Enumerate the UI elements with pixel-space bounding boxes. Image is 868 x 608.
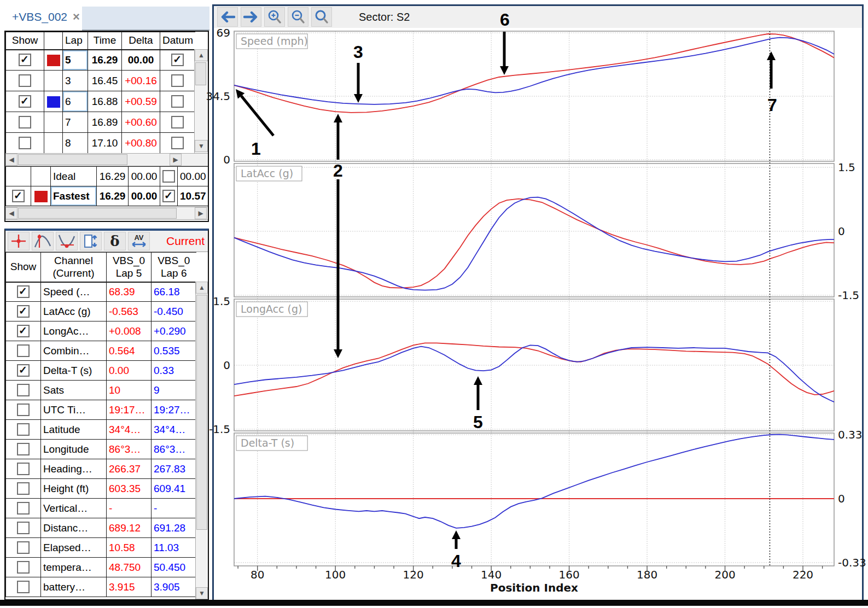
channel-row[interactable]: Distanc… 689.12 691.28 [6,518,196,538]
channel-row[interactable]: tempera… 48.750 50.450 [6,558,196,577]
summary-horizontal-scrollbar[interactable]: ◀ ▶ [5,207,208,220]
average-span-icon[interactable]: AV [128,232,150,250]
channel-row[interactable]: Height (ft) 603.35 609.41 [6,479,196,499]
cursor-crosshair-icon[interactable] [8,232,30,250]
lap-row[interactable]: 8 17.10 +00.80 [6,133,195,154]
scrollbar-thumb[interactable] [18,208,177,219]
vertical-scale-icon[interactable] [80,232,102,250]
lap-table-horizontal-scrollbar[interactable]: ◀ ▶ [5,153,208,166]
lap-row[interactable]: 3 16.45 +00.16 [6,71,195,91]
datum-checkbox[interactable] [162,190,175,202]
channel-show-checkbox[interactable] [17,285,30,298]
channel-window: δ AV Current ShowChannel (Current) VBS_0… [4,229,209,600]
lap-times-window: Show LapTime DeltaDatum 5 16.29 00.00 3 … [4,31,209,222]
channel-row[interactable]: Heading… 266.37 267.83 [6,459,196,479]
lap-table-vertical-scrollbar[interactable]: ▲ ▼ [194,49,208,153]
channel-row[interactable]: battery… 3.915 3.905 [6,577,196,597]
show-checkbox[interactable] [12,190,25,202]
lap-table-header: Show LapTime DeltaDatum [6,32,195,50]
lap6-value: 609.41 [152,479,196,499]
scrollbar-thumb[interactable] [195,62,206,85]
datum-checkbox[interactable] [171,116,184,128]
channel-name: Distanc… [41,518,107,538]
channel-show-checkbox[interactable] [17,364,30,377]
channel-show-checkbox[interactable] [17,384,30,396]
channel-show-checkbox[interactable] [17,581,30,593]
datum-checkbox[interactable] [171,137,184,149]
show-checkbox[interactable] [19,95,31,108]
channel-row[interactable]: Speed (… 68.39 66.18 [6,282,196,302]
lap6-value: 19:27… [152,400,196,420]
lap-number: 8 [63,133,88,154]
forward-arrow-icon[interactable] [241,7,261,27]
channel-show-checkbox[interactable] [17,541,30,554]
channel-show-checkbox[interactable] [17,561,30,574]
summary-row[interactable]: Fastest 16.29 00.00 10.57 [6,186,208,206]
scroll-up-icon[interactable]: ▲ [196,282,208,294]
scrollbar-thumb[interactable] [18,154,127,165]
find-max-icon[interactable] [32,232,54,250]
channel-show-checkbox[interactable] [17,325,30,337]
tab-vbs-002[interactable]: +VBS_002 × [7,4,82,30]
zoom-in-icon[interactable] [264,7,285,27]
show-checkbox[interactable] [19,54,31,66]
datum-checkbox[interactable] [162,170,175,183]
tab-label: +VBS_002 [12,10,67,24]
lap-color-swatch[interactable] [47,96,60,108]
lap-delta: +00.80 [122,133,160,154]
summary-value: 00.00 [178,167,208,186]
lap-row[interactable]: 5 16.29 00.00 [6,50,195,71]
channel-name: UTC Ti… [41,400,107,420]
channel-row[interactable]: LatAcc (g) -0.563 -0.450 [6,302,196,321]
find-min-icon[interactable] [56,232,78,250]
channel-show-checkbox[interactable] [17,423,30,436]
channel-row[interactable]: Elapsed… 10.58 11.03 [6,538,196,558]
lap-number: 6 [63,91,88,112]
lap5-value: 19:17… [107,400,152,420]
scroll-down-icon[interactable]: ▼ [195,140,208,152]
channel-show-checkbox[interactable] [17,344,30,357]
channel-name: Vertical… [41,499,107,518]
scroll-left-icon[interactable]: ◀ [5,154,18,166]
channel-row[interactable]: UTC Ti… 19:17… 19:27… [6,400,196,420]
summary-label: Ideal [51,167,97,186]
datum-checkbox[interactable] [171,74,184,87]
show-checkbox[interactable] [19,116,31,128]
datum-checkbox[interactable] [171,95,184,108]
lap-color-swatch[interactable] [34,191,48,202]
channel-show-checkbox[interactable] [17,305,30,318]
lap-row[interactable]: 6 16.88 +00.59 [6,91,195,112]
channel-row[interactable]: Longitude 86°3… 86°3… [6,440,196,459]
channel-show-checkbox[interactable] [17,463,30,475]
summary-row[interactable]: Ideal 16.29 00.00 00.00 [6,167,208,186]
channel-show-checkbox[interactable] [17,502,30,515]
lap-color-swatch[interactable] [47,55,60,66]
channel-row[interactable]: Combin… 0.564 0.535 [6,341,196,361]
lap6-value: 0.535 [152,341,196,361]
channel-row[interactable]: LongAc… +0.008 +0.290 [6,321,196,341]
scroll-right-icon[interactable]: ▶ [170,154,182,166]
channel-vertical-scrollbar[interactable]: ▲ ▼ [195,282,208,599]
channel-row[interactable]: Sats 10 9 [6,381,196,400]
lap-row[interactable]: 7 16.89 +00.60 [6,112,195,133]
channel-row[interactable]: Latitude 34°4… 34°4… [6,420,196,440]
scroll-right-icon[interactable]: ▶ [195,207,207,219]
search-icon[interactable] [311,7,332,27]
close-icon[interactable]: × [73,10,80,24]
scroll-down-icon[interactable]: ▼ [196,587,208,599]
channel-show-checkbox[interactable] [17,522,30,534]
scroll-up-icon[interactable]: ▲ [195,49,208,61]
channel-row[interactable]: Vertical… - - [6,499,196,518]
channel-show-checkbox[interactable] [17,482,30,495]
scroll-left-icon[interactable]: ◀ [5,207,18,219]
channel-show-checkbox[interactable] [17,443,30,455]
back-arrow-icon[interactable] [217,7,238,27]
channel-show-checkbox[interactable] [17,404,30,416]
channel-row[interactable]: Delta-T (s) 0.00 0.33 [6,361,196,381]
zoom-out-icon[interactable] [288,7,308,27]
show-checkbox[interactable] [19,137,31,149]
delta-icon[interactable]: δ [104,232,126,250]
show-checkbox[interactable] [19,74,31,87]
datum-checkbox[interactable] [171,54,184,66]
scrollbar-thumb[interactable] [196,295,207,530]
